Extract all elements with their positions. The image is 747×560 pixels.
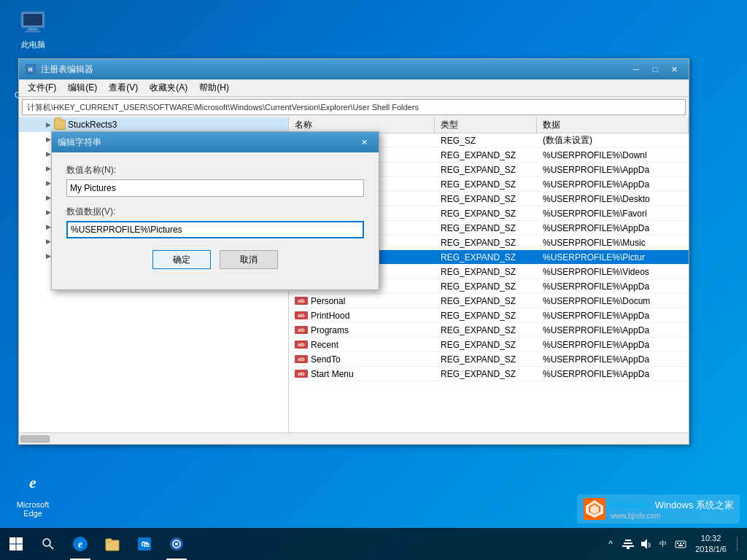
ab-icon-recent: ab bbox=[295, 341, 308, 349]
list-cell-data-nethood: %USERPROFILE%\AppDa bbox=[537, 281, 689, 292]
taskbar-icon-explorer[interactable] bbox=[96, 528, 128, 560]
col-header-type[interactable]: 类型 bbox=[435, 117, 537, 133]
menu-file[interactable]: 文件(F) bbox=[22, 80, 62, 96]
taskbar-icon-registry[interactable] bbox=[160, 528, 193, 560]
tray-volume-icon[interactable]: ) ) bbox=[638, 537, 653, 551]
list-cell-data-myvideo: %USERPROFILE%\Videos bbox=[537, 266, 689, 278]
clock-date: 2018/1/6 bbox=[695, 544, 727, 555]
menu-help[interactable]: 帮助(H) bbox=[193, 80, 235, 96]
ab-icon-programs: ab bbox=[295, 326, 308, 334]
close-button[interactable]: ✕ bbox=[665, 63, 683, 76]
list-cell-data-startmenu: %USERPROFILE%\AppDa bbox=[537, 368, 689, 380]
watermark-brand: Windows Windows 系统之家 bbox=[611, 499, 734, 512]
svg-text:e: e bbox=[78, 539, 82, 550]
taskbar-start-button[interactable] bbox=[0, 528, 32, 560]
list-cell-data-1: %USERPROFILE%\Downl bbox=[537, 149, 689, 161]
edit-string-dialog: 编辑字符串 ✕ 数值名称(N): 数值数据(V): 确定 取消 bbox=[51, 131, 379, 290]
col-header-data[interactable]: 数据 bbox=[537, 117, 689, 133]
maximize-button[interactable]: □ bbox=[646, 63, 664, 76]
tree-item-stuckrects3[interactable]: ▶ StuckRects3 bbox=[19, 117, 288, 132]
taskbar-search-button[interactable] bbox=[32, 528, 64, 560]
horizontal-scrollbar[interactable] bbox=[19, 432, 689, 444]
svg-text:): ) bbox=[649, 541, 651, 548]
window-controls: ─ □ ✕ bbox=[627, 63, 683, 76]
svg-rect-13 bbox=[17, 537, 23, 544]
registry-title-text: 注册表编辑器 bbox=[41, 63, 627, 76]
svg-rect-2 bbox=[28, 28, 38, 31]
svg-text:e: e bbox=[29, 473, 36, 491]
dialog-close-button[interactable]: ✕ bbox=[355, 136, 373, 149]
svg-rect-35 bbox=[677, 542, 678, 544]
tray-network-icon[interactable] bbox=[621, 537, 635, 551]
list-cell-data-4: %USERPROFILE%\Deskto bbox=[537, 193, 689, 205]
list-cell-type-4: REG_EXPAND_SZ bbox=[435, 193, 537, 205]
list-row-printhood[interactable]: ab PrintHood REG_EXPAND_SZ %USERPROFILE%… bbox=[289, 308, 689, 323]
svg-text:🛍: 🛍 bbox=[141, 540, 150, 548]
scroll-thumb[interactable] bbox=[20, 435, 50, 443]
show-desktop-button[interactable] bbox=[737, 537, 741, 551]
svg-rect-36 bbox=[680, 542, 681, 544]
address-bar[interactable]: 计算机\HKEY_CURRENT_USER\SOFTWARE\Microsoft… bbox=[22, 99, 686, 115]
list-cell-type-printhood: REG_EXPAND_SZ bbox=[435, 310, 537, 322]
minimize-button[interactable]: ─ bbox=[627, 63, 645, 76]
svg-rect-21 bbox=[106, 539, 112, 542]
dialog-ok-button[interactable]: 确定 bbox=[152, 250, 211, 269]
svg-marker-31 bbox=[641, 539, 647, 549]
svg-line-17 bbox=[50, 545, 53, 549]
list-cell-data-recent: %USERPROFILE%\AppDa bbox=[537, 339, 689, 351]
edge-desktop-label: MicrosoftEdge bbox=[17, 500, 50, 518]
tray-language-icon[interactable]: 中 bbox=[656, 537, 670, 551]
list-cell-data-programs: %USERPROFILE%\AppDa bbox=[537, 324, 689, 336]
list-cell-data-6: %USERPROFILE%\AppDa bbox=[537, 222, 689, 234]
list-cell-type-personal: REG_EXPAND_SZ bbox=[435, 295, 537, 307]
list-cell-name-programs: ab Programs bbox=[289, 324, 435, 336]
list-cell-name-sendto: ab SendTo bbox=[289, 354, 435, 365]
svg-rect-12 bbox=[9, 537, 16, 544]
taskbar-icon-edge[interactable]: e bbox=[64, 528, 96, 560]
clock-area[interactable]: 10:32 2018/1/6 bbox=[691, 532, 731, 557]
list-row-programs[interactable]: ab Programs REG_EXPAND_SZ %USERPROFILE%\… bbox=[289, 323, 689, 338]
desktop-icon-this-pc[interactable]: 此电脑 bbox=[7, 7, 58, 50]
list-cell-data-2: %USERPROFILE%\AppDa bbox=[537, 164, 689, 176]
list-row-startmenu[interactable]: ab Start Menu REG_EXPAND_SZ %USERPROFILE… bbox=[289, 367, 689, 381]
svg-point-26 bbox=[175, 542, 178, 545]
menu-favorites[interactable]: 收藏夹(A) bbox=[144, 80, 193, 96]
registry-title-bar: R 注册表编辑器 ─ □ ✕ bbox=[19, 59, 689, 79]
col-header-name[interactable]: 名称 bbox=[289, 117, 435, 133]
taskbar-tray: ^ ) ) 中 bbox=[603, 532, 747, 557]
taskbar-icon-store[interactable]: 🛍 bbox=[128, 528, 160, 560]
dialog-name-input[interactable] bbox=[66, 179, 364, 197]
svg-rect-15 bbox=[17, 545, 23, 551]
folder-icon-stuckrects3 bbox=[54, 120, 66, 130]
list-cell-data-sendto: %USERPROFILE%\AppDa bbox=[537, 354, 689, 365]
list-cell-type-sendto: REG_EXPAND_SZ bbox=[435, 354, 537, 365]
svg-point-16 bbox=[43, 539, 50, 546]
ab-icon-sendto: ab bbox=[295, 355, 308, 363]
list-cell-data-personal: %USERPROFILE%\Docum bbox=[537, 295, 689, 307]
pc-icon-label: 此电脑 bbox=[21, 39, 45, 50]
tray-keyboard-icon[interactable] bbox=[673, 537, 688, 551]
svg-rect-38 bbox=[678, 545, 683, 546]
list-row-sendto[interactable]: ab SendTo REG_EXPAND_SZ %USERPROFILE%\Ap… bbox=[289, 352, 689, 367]
tree-label-stuckrects3: StuckRects3 bbox=[68, 120, 117, 130]
list-cell-data-mypictures: %USERPROFILE%\Pictur bbox=[537, 252, 689, 263]
menu-bar: 文件(F) 编辑(E) 查看(V) 收藏夹(A) 帮助(H) bbox=[19, 79, 689, 97]
list-cell-type-recent: REG_EXPAND_SZ bbox=[435, 339, 537, 351]
registry-title-icon: R bbox=[25, 63, 36, 75]
svg-rect-37 bbox=[683, 542, 684, 544]
menu-edit[interactable]: 编辑(E) bbox=[62, 80, 103, 96]
dialog-cancel-button[interactable]: 取消 bbox=[220, 250, 278, 269]
list-cell-data-0: (数值未设置) bbox=[537, 133, 689, 147]
desktop-icon-edge[interactable]: e MicrosoftEdge bbox=[7, 468, 58, 518]
list-cell-name-personal: ab Personal bbox=[289, 295, 435, 307]
dialog-data-input[interactable] bbox=[66, 221, 364, 238]
list-row-personal[interactable]: ab Personal REG_EXPAND_SZ %USERPROFILE%\… bbox=[289, 294, 689, 308]
list-row-recent[interactable]: ab Recent REG_EXPAND_SZ %USERPROFILE%\Ap… bbox=[289, 338, 689, 352]
tray-chevron-up[interactable]: ^ bbox=[603, 537, 618, 551]
svg-rect-34 bbox=[676, 541, 686, 548]
ab-icon-startmenu: ab bbox=[295, 370, 308, 378]
menu-view[interactable]: 查看(V) bbox=[103, 80, 144, 96]
watermark-text-area: Windows Windows 系统之家 www.bjmlv.com bbox=[611, 499, 734, 520]
list-cell-data-3: %USERPROFILE%\AppDa bbox=[537, 179, 689, 190]
list-cell-type-2: REG_EXPAND_SZ bbox=[435, 164, 537, 176]
